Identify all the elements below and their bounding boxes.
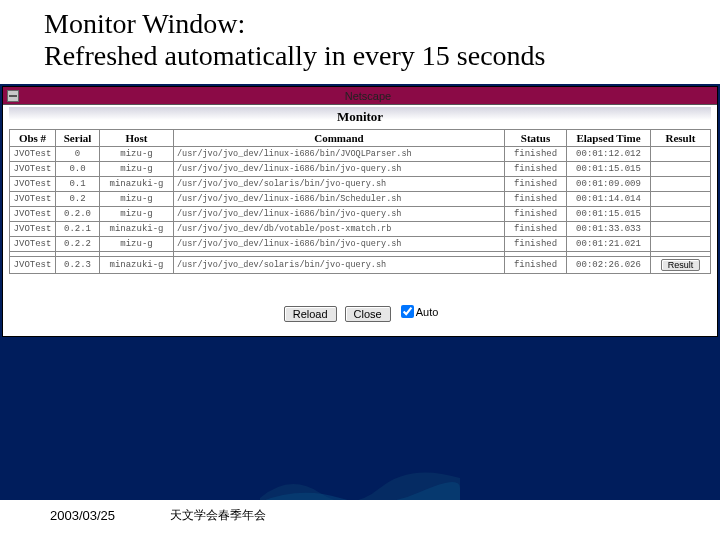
cell-host: mizu-g: [100, 207, 174, 222]
col-result: Result: [651, 130, 711, 147]
cell-status: finished: [505, 192, 567, 207]
cell-obs: JVOTest: [10, 162, 56, 177]
cell-elapsed: 00:01:21.021: [567, 237, 651, 252]
cell-status: finished: [505, 207, 567, 222]
footer-date: 2003/03/25: [50, 508, 115, 523]
cell-cmd: /usr/jvo/jvo_dev/solaris/bin/jvo-query.s…: [174, 257, 505, 274]
cell-elapsed: 00:01:33.033: [567, 222, 651, 237]
cell-cmd: /usr/jvo/jvo_dev/linux-i686/bin/jvo-quer…: [174, 162, 505, 177]
col-elapsed: Elapsed Time: [567, 130, 651, 147]
auto-label[interactable]: Auto: [416, 306, 439, 318]
cell-serial: 0.2.3: [56, 257, 100, 274]
table-row: JVOTest0.1minazuki-g/usr/jvo/jvo_dev/sol…: [10, 177, 711, 192]
cell-serial: 0.2.0: [56, 207, 100, 222]
cell-result: [651, 162, 711, 177]
cell-host: mizu-g: [100, 162, 174, 177]
table-header-row: Obs # Serial Host Command Status Elapsed…: [10, 130, 711, 147]
cell-cmd: /usr/jvo/jvo_dev/linux-i686/bin/Schedule…: [174, 192, 505, 207]
cell-result: [651, 222, 711, 237]
table-row: JVOTest0.2.2mizu-g/usr/jvo/jvo_dev/linux…: [10, 237, 711, 252]
cell-host: minazuki-g: [100, 177, 174, 192]
col-obs: Obs #: [10, 130, 56, 147]
table-row: JVOTest0.2.0mizu-g/usr/jvo/jvo_dev/linux…: [10, 207, 711, 222]
cell-obs: JVOTest: [10, 177, 56, 192]
cell-result: [651, 147, 711, 162]
browser-window: Netscape Monitor Obs # Serial Host Comma…: [2, 86, 718, 337]
cell-cmd: /usr/jvo/jvo_dev/linux-i686/bin/JVOQLPar…: [174, 147, 505, 162]
cell-elapsed: 00:01:09.009: [567, 177, 651, 192]
table-row: JVOTest0.0mizu-g/usr/jvo/jvo_dev/linux-i…: [10, 162, 711, 177]
cell-obs: JVOTest: [10, 207, 56, 222]
cell-host: mizu-g: [100, 192, 174, 207]
window-title: Netscape: [19, 90, 717, 102]
cell-host: mizu-g: [100, 237, 174, 252]
footer-org: 天文学会春季年会: [170, 507, 266, 524]
reload-button[interactable]: Reload: [284, 306, 337, 322]
cell-host: mizu-g: [100, 147, 174, 162]
window-menu-icon[interactable]: [7, 90, 19, 102]
cell-elapsed: 00:01:14.014: [567, 192, 651, 207]
slide-title-line2: Refreshed automatically in every 15 seco…: [44, 40, 680, 72]
cell-elapsed: 00:01:12.012: [567, 147, 651, 162]
window-content: Monitor Obs # Serial Host Command Status…: [3, 105, 717, 336]
table-row: JVOTest0.2mizu-g/usr/jvo/jvo_dev/linux-i…: [10, 192, 711, 207]
monitor-table: Obs # Serial Host Command Status Elapsed…: [9, 129, 711, 274]
page-title: Monitor: [9, 107, 711, 129]
window-titlebar[interactable]: Netscape: [3, 87, 717, 105]
cell-obs: JVOTest: [10, 147, 56, 162]
cell-elapsed: 00:01:15.015: [567, 207, 651, 222]
cell-result: [651, 177, 711, 192]
cell-elapsed: 00:02:26.026: [567, 257, 651, 274]
cell-obs: JVOTest: [10, 192, 56, 207]
auto-checkbox[interactable]: [401, 305, 414, 318]
col-host: Host: [100, 130, 174, 147]
slide-title: Monitor Window: Refreshed automatically …: [0, 0, 720, 78]
table-row: JVOTest0.2.3minazuki-g/usr/jvo/jvo_dev/s…: [10, 257, 711, 274]
cell-obs: JVOTest: [10, 257, 56, 274]
slide: Monitor Window: Refreshed automatically …: [0, 0, 720, 540]
cell-result: [651, 237, 711, 252]
cell-host: minazuki-g: [100, 257, 174, 274]
cell-cmd: /usr/jvo/jvo_dev/linux-i686/bin/jvo-quer…: [174, 207, 505, 222]
cell-cmd: /usr/jvo/jvo_dev/db/votable/post-xmatch.…: [174, 222, 505, 237]
cell-status: finished: [505, 222, 567, 237]
cell-cmd: /usr/jvo/jvo_dev/solaris/bin/jvo-query.s…: [174, 177, 505, 192]
cell-serial: 0: [56, 147, 100, 162]
cell-status: finished: [505, 237, 567, 252]
cell-serial: 0.2: [56, 192, 100, 207]
slide-title-line1: Monitor Window:: [44, 8, 680, 40]
cell-host: minazuki-g: [100, 222, 174, 237]
cell-serial: 0.2.2: [56, 237, 100, 252]
cell-status: finished: [505, 177, 567, 192]
slide-footer: 2003/03/25 天文学会春季年会: [0, 500, 720, 530]
table-row: JVOTest0mizu-g/usr/jvo/jvo_dev/linux-i68…: [10, 147, 711, 162]
cell-serial: 0.1: [56, 177, 100, 192]
cell-elapsed: 00:01:15.015: [567, 162, 651, 177]
cell-result: Result: [651, 257, 711, 274]
controls-row: Reload Close Auto: [9, 274, 711, 330]
cell-result: [651, 192, 711, 207]
col-serial: Serial: [56, 130, 100, 147]
cell-status: finished: [505, 162, 567, 177]
cell-obs: JVOTest: [10, 237, 56, 252]
result-button[interactable]: Result: [661, 259, 701, 271]
cell-obs: JVOTest: [10, 222, 56, 237]
auto-checkbox-wrap[interactable]: Auto: [401, 305, 439, 318]
col-command: Command: [174, 130, 505, 147]
cell-cmd: /usr/jvo/jvo_dev/linux-i686/bin/jvo-quer…: [174, 237, 505, 252]
cell-serial: 0.0: [56, 162, 100, 177]
col-status: Status: [505, 130, 567, 147]
table-row: JVOTest0.2.1minazuki-g/usr/jvo/jvo_dev/d…: [10, 222, 711, 237]
cell-result: [651, 207, 711, 222]
cell-serial: 0.2.1: [56, 222, 100, 237]
cell-status: finished: [505, 257, 567, 274]
cell-status: finished: [505, 147, 567, 162]
close-button[interactable]: Close: [345, 306, 391, 322]
